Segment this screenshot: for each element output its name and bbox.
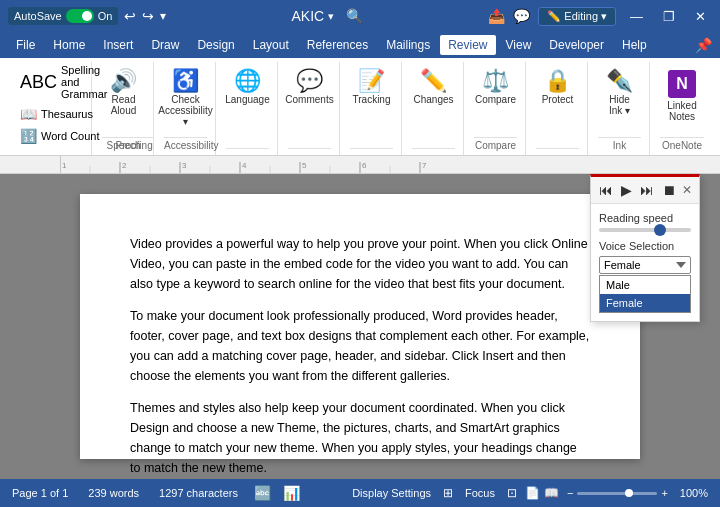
svg-text:1: 1 bbox=[62, 161, 67, 170]
tracking-button[interactable]: 📝 Tracking bbox=[348, 66, 396, 109]
app-name: AKIC bbox=[292, 8, 325, 24]
hide-ink-icon: ✒️ bbox=[606, 70, 633, 92]
panel-content: Reading speed Voice Selection Female Mal… bbox=[591, 204, 699, 321]
minimize-button[interactable]: — bbox=[624, 7, 649, 26]
menu-item-design[interactable]: Design bbox=[189, 35, 242, 55]
customize-icon[interactable]: ▾ bbox=[160, 9, 166, 23]
menu-item-developer[interactable]: Developer bbox=[541, 35, 612, 55]
reading-speed-label: Reading speed bbox=[599, 212, 691, 224]
zoom-thumb[interactable] bbox=[625, 489, 633, 497]
compare-button[interactable]: ⚖️ Compare bbox=[470, 66, 521, 109]
menu-item-view[interactable]: View bbox=[498, 35, 540, 55]
ruler: 1 2 3 4 5 6 7 bbox=[0, 156, 720, 174]
title-bar-right: 📤 💬 ✏️ Editing ▾ — ❐ ✕ bbox=[488, 7, 712, 26]
read-aloud-button[interactable]: 🔊 ReadAloud bbox=[102, 66, 146, 120]
menu-item-review[interactable]: Review bbox=[440, 35, 495, 55]
comments-icon[interactable]: 💬 bbox=[513, 8, 530, 24]
document[interactable]: Video provides a powerful way to help yo… bbox=[80, 194, 640, 459]
close-panel-button[interactable]: ✕ bbox=[678, 182, 696, 198]
word-count-label: Word Count bbox=[41, 130, 100, 142]
comments-button[interactable]: 💬 Comments bbox=[280, 66, 338, 109]
read-aloud-icon: 🔊 bbox=[110, 70, 137, 92]
menu-item-insert[interactable]: Insert bbox=[95, 35, 141, 55]
pin-ribbon-icon[interactable]: 📌 bbox=[695, 37, 712, 53]
changes-icon: ✏️ bbox=[420, 70, 447, 92]
speech-group-label: Speech bbox=[102, 137, 145, 155]
rewind-button[interactable]: ⏮ bbox=[597, 181, 615, 199]
changes-button[interactable]: ✏️ Changes bbox=[408, 66, 458, 109]
ribbon-group-speech: 🔊 ReadAloud Speech bbox=[94, 62, 154, 155]
view-icons: 📄 📖 bbox=[525, 486, 559, 500]
zoom-track[interactable] bbox=[577, 492, 657, 495]
zoom-out-icon[interactable]: − bbox=[567, 487, 573, 499]
language-status-icon[interactable]: 🔤 bbox=[254, 485, 271, 501]
page-status[interactable]: Page 1 of 1 bbox=[8, 485, 72, 501]
main-area: Video provides a powerful way to help yo… bbox=[0, 174, 720, 479]
menu-item-references[interactable]: References bbox=[299, 35, 376, 55]
menu-item-help[interactable]: Help bbox=[614, 35, 655, 55]
menu-bar: File Home Insert Draw Design Layout Refe… bbox=[0, 32, 720, 58]
read-mode-icon[interactable]: 📖 bbox=[544, 486, 559, 500]
fast-forward-button[interactable]: ⏭ bbox=[638, 181, 656, 199]
changes-label: Changes bbox=[413, 94, 453, 105]
ribbon-group-protect: 🔒 Protect bbox=[528, 62, 588, 155]
check-accessibility-button[interactable]: ♿ CheckAccessibility ▾ bbox=[153, 66, 217, 131]
words-status[interactable]: 239 words bbox=[84, 485, 143, 501]
menu-item-mailings[interactable]: Mailings bbox=[378, 35, 438, 55]
close-button[interactable]: ✕ bbox=[689, 7, 712, 26]
voice-select[interactable]: Female Male bbox=[599, 256, 691, 274]
title-chevron-icon: ▾ bbox=[328, 10, 334, 23]
tracking-label: Tracking bbox=[353, 94, 391, 105]
characters-status[interactable]: 1297 characters bbox=[155, 485, 242, 501]
autosave-toggle[interactable] bbox=[66, 9, 94, 23]
display-settings[interactable]: Display Settings bbox=[348, 485, 435, 501]
spelling-icon: ABC bbox=[20, 72, 57, 93]
search-icon[interactable]: 🔍 bbox=[346, 8, 363, 24]
svg-text:4: 4 bbox=[242, 161, 247, 170]
hide-ink-label: HideInk ▾ bbox=[609, 94, 630, 116]
voice-selection-label: Voice Selection bbox=[599, 240, 691, 252]
menu-item-layout[interactable]: Layout bbox=[245, 35, 297, 55]
title-bar: AutoSave On ↩ ↪ ▾ AKIC ▾ 🔍 📤 💬 ✏️ Editin… bbox=[0, 0, 720, 32]
editing-icon: ✏️ bbox=[547, 10, 561, 23]
focus-mode[interactable]: Focus bbox=[461, 485, 499, 501]
protect-button[interactable]: 🔒 Protect bbox=[536, 66, 580, 109]
language-button[interactable]: 🌐 Language bbox=[220, 66, 275, 109]
menu-item-draw[interactable]: Draw bbox=[143, 35, 187, 55]
voice-female-option[interactable]: Female bbox=[600, 294, 690, 312]
share-icon[interactable]: 📤 bbox=[488, 8, 505, 24]
undo-icon[interactable]: ↩ bbox=[124, 8, 136, 24]
stop-button[interactable]: ⏹ bbox=[660, 181, 678, 199]
track-changes-icon[interactable]: 📊 bbox=[283, 485, 300, 501]
editing-button[interactable]: ✏️ Editing ▾ bbox=[538, 7, 616, 26]
play-button[interactable]: ▶ bbox=[619, 181, 634, 199]
redo-icon[interactable]: ↪ bbox=[142, 8, 154, 24]
speed-slider-thumb[interactable] bbox=[654, 224, 666, 236]
menu-item-home[interactable]: Home bbox=[45, 35, 93, 55]
print-layout-icon[interactable]: 📄 bbox=[525, 486, 540, 500]
ribbon-group-onenote: N LinkedNotes OneNote bbox=[652, 62, 712, 155]
svg-text:3: 3 bbox=[182, 161, 187, 170]
language-group-label bbox=[226, 148, 269, 155]
zoom-in-icon[interactable]: + bbox=[661, 487, 667, 499]
speed-slider-track[interactable] bbox=[599, 228, 691, 232]
voice-male-option[interactable]: Male bbox=[600, 276, 690, 294]
autosave-badge[interactable]: AutoSave On bbox=[8, 7, 118, 25]
paragraph-3[interactable]: Themes and styles also help keep your do… bbox=[130, 398, 590, 478]
accessibility-group-label: Accessibility bbox=[164, 137, 207, 155]
paragraph-2[interactable]: To make your document look professionall… bbox=[130, 306, 590, 386]
svg-text:5: 5 bbox=[302, 161, 307, 170]
ribbon-group-proofing: ABC Spelling and Grammar 📖 Thesaurus 🔢 W… bbox=[8, 62, 92, 155]
linked-notes-button[interactable]: N LinkedNotes bbox=[660, 66, 704, 126]
language-label: Language bbox=[225, 94, 270, 105]
ribbon-group-language: 🌐 Language bbox=[218, 62, 278, 155]
zoom-slider[interactable]: − + bbox=[567, 487, 668, 499]
menu-item-file[interactable]: File bbox=[8, 35, 43, 55]
ribbon-group-tracking: 📝 Tracking bbox=[342, 62, 402, 155]
hide-ink-button[interactable]: ✒️ HideInk ▾ bbox=[598, 66, 642, 120]
maximize-button[interactable]: ❐ bbox=[657, 7, 681, 26]
status-left: Page 1 of 1 239 words 1297 characters 🔤 … bbox=[8, 485, 300, 501]
zoom-level[interactable]: 100% bbox=[676, 485, 712, 501]
editing-chevron-icon: ▾ bbox=[601, 10, 607, 23]
paragraph-1[interactable]: Video provides a powerful way to help yo… bbox=[130, 234, 590, 294]
